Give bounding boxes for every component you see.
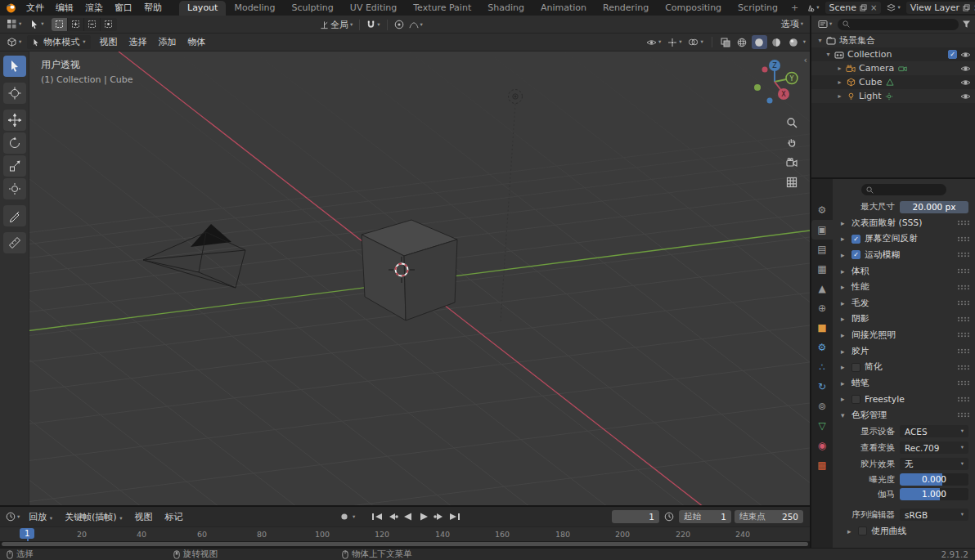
auto-keying-caret[interactable]: ▾ [353, 514, 355, 520]
section-simplify[interactable]: ▸简化 [833, 359, 975, 375]
light-data-icon[interactable] [885, 92, 893, 101]
menu-window[interactable]: 窗口 [109, 1, 138, 15]
drag-dots-icon[interactable] [957, 412, 969, 418]
prev-keyframe-button[interactable] [385, 510, 399, 523]
sidebar-toggle-icon[interactable]: ‹ [804, 55, 807, 65]
tab-material[interactable]: ◉ [811, 436, 833, 455]
menu-select[interactable]: 选择 [124, 35, 153, 49]
section-shadows[interactable]: ▸阴影 [833, 311, 975, 328]
outliner-row-scene-collection[interactable]: ▾ 场景集合 [811, 34, 975, 47]
tab-scene[interactable]: ▲ [811, 279, 833, 298]
menu-help[interactable]: 帮助 [138, 1, 168, 15]
view-layer-name-field[interactable]: View Layer × [906, 2, 975, 14]
section-hair[interactable]: ▸毛发 [833, 295, 975, 311]
drag-dots-icon[interactable] [957, 396, 969, 402]
menu-add[interactable]: 添加 [153, 35, 182, 49]
frame-end-field[interactable]: 结束点250 [735, 510, 803, 523]
tab-constraints[interactable]: ⊚ [811, 396, 833, 416]
tool-cursor[interactable] [3, 83, 26, 104]
select-mode-subtract-button[interactable] [84, 18, 101, 31]
tab-world[interactable]: ⊕ [811, 298, 833, 318]
menu-keying[interactable]: 关键帧(插帧) ▾ [59, 510, 128, 524]
tab-render[interactable]: ▣ [811, 220, 833, 240]
outliner-filter-button[interactable] [962, 20, 971, 29]
expand-icon[interactable]: ▾ [823, 51, 833, 58]
gizmos-dropdown[interactable]: ▾ [665, 36, 684, 49]
scene-name-field[interactable]: Scene × [825, 2, 882, 14]
tab-shading[interactable]: Shading [479, 1, 532, 16]
options-dropdown[interactable]: 选项 ▾ [779, 16, 806, 32]
tool-measure[interactable] [3, 232, 26, 253]
tab-physics[interactable]: ↻ [811, 377, 833, 396]
motion-blur-checkbox[interactable] [851, 250, 860, 259]
drag-dots-icon[interactable] [957, 252, 969, 258]
camera-view-button[interactable] [786, 158, 798, 168]
menu-file[interactable]: 文件 [20, 1, 50, 15]
current-frame-field[interactable]: 1 [612, 510, 659, 523]
tab-view-layer[interactable]: ▦ [811, 259, 833, 279]
drag-dots-icon[interactable] [957, 268, 969, 274]
playhead-badge[interactable]: 1 [20, 528, 34, 539]
drag-dots-icon[interactable] [957, 236, 969, 242]
timeline-scrollbar[interactable] [0, 541, 810, 548]
outliner-row-cube[interactable]: ▸ Cube [811, 75, 975, 89]
play-reverse-button[interactable] [401, 510, 415, 523]
menu-marker[interactable]: 标记 [159, 510, 188, 524]
section-volumetrics[interactable]: ▸体积 [833, 263, 975, 280]
browse-view-layer-button[interactable]: ▾ [884, 2, 902, 14]
shading-solid-button[interactable] [752, 35, 767, 49]
viewport-3d-scene[interactable] [0, 52, 810, 505]
outliner-search-input[interactable] [838, 19, 959, 30]
section-color-management[interactable]: ▾色彩管理 [833, 407, 975, 423]
hide-eye-icon[interactable] [960, 78, 971, 87]
viewport-3d[interactable]: 用户透视 (1) Collection | Cube Z Y X [0, 52, 810, 505]
section-grease-pencil[interactable]: ▸蜡笔 [833, 375, 975, 392]
simplify-checkbox[interactable] [851, 363, 860, 372]
section-film[interactable]: ▸胶片 [833, 343, 975, 360]
tab-output[interactable]: ▤ [811, 240, 833, 259]
drag-dots-icon[interactable] [957, 316, 969, 322]
display-device-dropdown[interactable]: ACES▾ [900, 425, 968, 437]
pan-hand-button[interactable] [786, 137, 798, 149]
look-dropdown[interactable]: 无▾ [900, 458, 968, 470]
use-curves-checkbox[interactable] [858, 526, 867, 535]
drag-dots-icon[interactable] [957, 332, 969, 338]
section-motion-blur[interactable]: ▸运动模糊 [833, 247, 975, 263]
drag-dots-icon[interactable] [957, 380, 969, 386]
shading-rendered-button[interactable] [786, 35, 802, 49]
tab-uv-editing[interactable]: UV Editing [342, 1, 405, 16]
tab-object-data[interactable]: ▽ [811, 416, 833, 436]
auto-keying-button[interactable] [337, 510, 351, 523]
tool-scale[interactable] [3, 155, 26, 177]
frame-start-field[interactable]: 起始1 [679, 510, 731, 523]
max-size-field[interactable]: 20.000 px [900, 201, 968, 213]
hide-eye-icon[interactable] [960, 92, 971, 101]
unlink-scene-icon[interactable]: × [870, 4, 877, 12]
properties-search-input[interactable] [861, 184, 946, 195]
cube-object[interactable] [362, 220, 457, 320]
menu-timeline-view[interactable]: 视图 [128, 510, 158, 524]
tab-compositing[interactable]: Compositing [657, 1, 730, 16]
tool-settings-editor-button[interactable]: ▾ [4, 17, 24, 31]
section-indirect-lighting[interactable]: ▸间接光照明 [833, 327, 975, 343]
proportional-edit-button[interactable] [392, 18, 407, 31]
freestyle-checkbox[interactable] [851, 395, 860, 404]
blender-logo-icon[interactable] [5, 2, 17, 14]
use-preview-range-icon[interactable] [664, 512, 674, 522]
tab-sculpting[interactable]: Sculpting [283, 1, 341, 16]
outliner-row-camera[interactable]: ▸ Camera [811, 61, 975, 75]
tab-particles[interactable]: ∴ [811, 357, 833, 377]
drag-dots-icon[interactable] [957, 284, 969, 290]
browse-scene-button[interactable]: ▾ [803, 2, 821, 14]
shading-dropdown-caret[interactable]: ▾ [803, 39, 806, 45]
sequencer-dropdown[interactable]: sRGB▾ [900, 508, 968, 521]
zoom-button[interactable] [786, 117, 798, 128]
menu-render[interactable]: 渲染 [79, 1, 109, 15]
tab-animation[interactable]: Animation [532, 1, 595, 16]
add-workspace-button[interactable]: + [786, 1, 803, 16]
tab-rendering[interactable]: Rendering [595, 1, 657, 16]
menu-edit[interactable]: 编辑 [50, 1, 79, 15]
select-mode-new-button[interactable] [52, 18, 68, 31]
outliner-row-light[interactable]: ▸ Light [811, 89, 975, 103]
jump-to-start-button[interactable] [370, 510, 384, 523]
